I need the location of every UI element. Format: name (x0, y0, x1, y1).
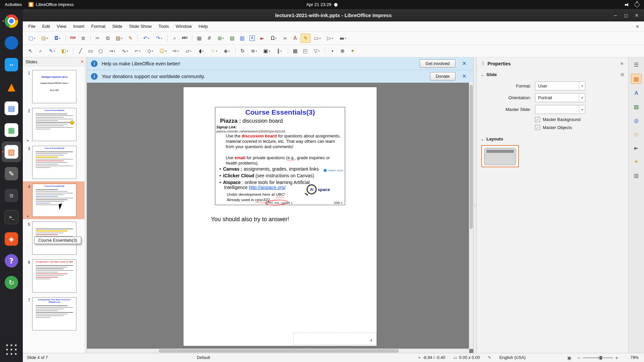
focused-app-indicator[interactable]: LibreOffice Impress (29, 2, 73, 7)
curve-icon[interactable]: ∿ (119, 47, 131, 55)
horizontal-scroll-thumb[interactable] (159, 349, 399, 353)
master-slide-select[interactable]: ▾ (535, 105, 585, 114)
undo-icon[interactable]: ↶ (140, 34, 152, 43)
menu-slide-show[interactable]: Slide Show (126, 21, 155, 32)
gimp-icon[interactable]: ✎ (2, 163, 21, 184)
clock-menu[interactable]: Apr 21 23:29 (306, 2, 337, 7)
insert-image-icon[interactable]: ▧ (227, 34, 237, 43)
arrange-icon[interactable]: ▣ (261, 47, 273, 55)
rotate-icon[interactable]: ↻ (238, 47, 247, 55)
menu-format[interactable]: Format (88, 21, 109, 32)
maximize-button[interactable]: ◻ (624, 13, 628, 18)
slide-section-header[interactable]: ⌄ Slide ⚙ (481, 70, 624, 79)
block-arrows-icon[interactable]: ⇨ (170, 47, 182, 55)
master-slides-deck-icon[interactable]: ▥ (631, 171, 641, 180)
zoom-in-button[interactable]: + (613, 355, 621, 360)
gallery-deck-icon[interactable]: ▧ (631, 102, 641, 111)
infobar-close-icon[interactable]: ✕ (460, 60, 469, 67)
print-icon[interactable]: ≣ (78, 34, 88, 43)
chrome-icon[interactable] (2, 11, 21, 32)
stars-banners-icon[interactable]: ☆ (208, 47, 220, 55)
slide-canvas-page[interactable]: Course Essentials(3) Piazza : discussion… (183, 87, 377, 346)
slide-layout-icon[interactable]: ▬ (337, 34, 349, 43)
save-icon[interactable]: ◘ (51, 34, 63, 43)
status-template[interactable]: Default (193, 355, 214, 360)
slide-thumbnail-7[interactable]: 7 Getting Help from Other Sources? (Plag… (23, 295, 87, 333)
close-document-icon[interactable]: ✕ (631, 24, 644, 29)
menu-help[interactable]: Help (195, 21, 211, 32)
shadow-icon[interactable]: ▩ (290, 47, 300, 55)
flowchart-icon[interactable]: ▱ (182, 47, 195, 55)
slides-panel-scrollbar[interactable] (85, 57, 87, 353)
rectangle-icon[interactable]: ▭ (86, 47, 95, 55)
animation-icon[interactable]: ✦ (348, 47, 357, 55)
insert-shapes-icon[interactable]: ▭ (311, 34, 323, 43)
select-icon[interactable]: ↖ (26, 47, 35, 55)
zoom-slider-thumb[interactable] (599, 356, 602, 360)
horizontal-scrollbar[interactable] (87, 349, 469, 353)
donate-button[interactable]: Donate (430, 72, 455, 80)
menu-slide[interactable]: Slide (109, 21, 126, 32)
minimize-button[interactable]: − (613, 13, 618, 18)
open-file-icon[interactable]: ▤ (39, 34, 51, 43)
new-slide-icon[interactable]: ▷ (324, 34, 336, 43)
menu-file[interactable]: File (25, 21, 39, 32)
menu-insert[interactable]: Insert (70, 21, 88, 32)
vscode-icon[interactable]: ‹› (2, 54, 21, 75)
menu-edit[interactable]: Edit (39, 21, 53, 32)
image-filter-icon[interactable]: ▽ (311, 47, 323, 55)
crop-icon[interactable]: ◰ (301, 47, 310, 55)
software-store-icon[interactable]: ◈ (2, 229, 21, 249)
menu-tools[interactable]: Tools (155, 21, 172, 32)
shapes-deck-icon[interactable]: ◇ (631, 129, 641, 139)
activities-button[interactable]: Activities (5, 2, 22, 7)
spelling-icon[interactable]: ABC (180, 34, 190, 43)
distribute-icon[interactable]: ∥ (273, 47, 285, 55)
libreoffice-writer-icon[interactable]: ▤ (2, 98, 21, 119)
redo-icon[interactable]: ↷ (153, 34, 165, 43)
unsaved-changes-indicator[interactable]: ✎ (484, 355, 495, 360)
slide-thumbnail-6[interactable]: 6 Assignments: Late Days (same as 322) (23, 257, 87, 295)
new-document-icon[interactable]: ▢ (26, 34, 38, 43)
snap-guides-icon[interactable]: # (205, 34, 214, 43)
vertical-scroll-thumb[interactable] (470, 85, 473, 229)
slide-content-frame[interactable]: Course Essentials(3) Piazza : discussion… (215, 107, 345, 205)
layouts-section-header[interactable]: ⌄ Layouts (481, 134, 624, 143)
get-involved-button[interactable]: Get involved (420, 59, 455, 68)
edit-points-icon[interactable]: ∙ (328, 47, 337, 55)
line-color-icon[interactable]: ✎ (46, 47, 58, 55)
styles-deck-icon[interactable]: A (631, 88, 641, 98)
find-replace-icon[interactable]: ⌕ (170, 34, 179, 43)
insert-line-icon[interactable]: ╱ (76, 47, 85, 55)
insert-textbox-icon[interactable]: A (248, 34, 257, 43)
callouts-icon[interactable]: ◖ (195, 47, 207, 55)
answer-prompt-text[interactable]: You should also try to answer! (211, 216, 289, 223)
basic-shapes-icon[interactable]: ◇ (144, 47, 156, 55)
libreoffice-impress-icon[interactable]: ▧ (2, 141, 21, 162)
align-icon[interactable]: ≡ (248, 47, 260, 55)
animation-deck-icon[interactable]: ✦ (631, 157, 641, 166)
hyperlink-icon[interactable]: ∞ (280, 34, 290, 43)
layout-option-selected[interactable] (481, 145, 519, 167)
insert-media-icon[interactable]: ► (258, 34, 267, 43)
gear-icon[interactable]: ⚙ (620, 72, 624, 77)
ellipse-icon[interactable]: ○ (96, 47, 105, 55)
show-apps-icon[interactable] (2, 339, 21, 360)
master-objects-checkbox[interactable]: ✓ (535, 125, 540, 130)
zoom-icon[interactable]: ⌕ (36, 47, 45, 55)
zoom-fit-icon[interactable]: ▣ (563, 355, 575, 360)
zoom-out-button[interactable]: − (575, 355, 583, 360)
slide-thumbnail-3[interactable]: 3 Course Essentials(2) (23, 143, 87, 181)
recycle-icon[interactable]: ↻ (2, 272, 21, 293)
terminal-icon[interactable]: >_ (2, 207, 21, 228)
navigator-deck-icon[interactable]: ◎ (631, 116, 641, 125)
lines-arrows-icon[interactable]: → (106, 47, 118, 55)
ink-pen-icon[interactable]: ✎ (301, 34, 311, 43)
menu-view[interactable]: View (53, 21, 70, 32)
display-grid-icon[interactable]: ▦ (195, 34, 204, 43)
infobar-close-icon[interactable]: ✕ (460, 73, 469, 79)
help-icon[interactable]: ? (2, 250, 21, 271)
zoom-level[interactable]: 79% (621, 355, 644, 360)
slide-thumbnail-1[interactable]: 1 Intelligent Systems (AI-2) Computer Sc… (23, 68, 87, 106)
vlc-icon[interactable]: ▲ (2, 76, 21, 97)
